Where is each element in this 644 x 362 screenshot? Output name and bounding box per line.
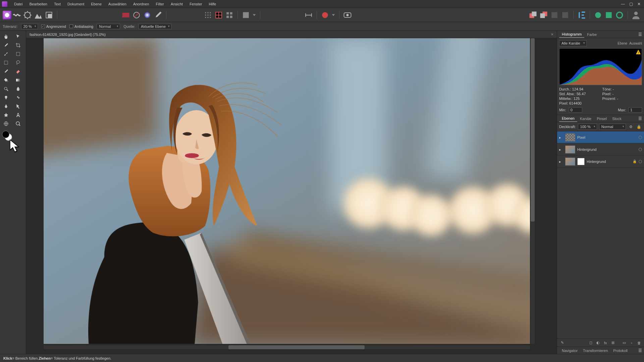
bottom-panel-menu-icon[interactable]: ☰ [638, 348, 642, 353]
min-input[interactable] [569, 107, 582, 113]
tab-farbe[interactable]: Farbe [584, 31, 599, 38]
liquify-persona-icon[interactable] [12, 10, 21, 20]
scope-auswahl[interactable]: Auswahl [629, 42, 642, 45]
erase-tool[interactable] [12, 67, 24, 76]
expand-icon[interactable]: ▸ [559, 160, 563, 164]
smudge-tool[interactable] [12, 84, 24, 93]
snap-dots-icon[interactable] [203, 10, 213, 20]
brush-tool[interactable] [0, 67, 12, 76]
hscroll-thumb[interactable] [228, 345, 365, 349]
marquee-tool[interactable] [12, 50, 24, 58]
document-tab[interactable]: fashion-6146328_1920.jpg [Geändert] (75.… [26, 31, 557, 38]
delete-layer-icon[interactable]: 🗑 [636, 340, 642, 346]
expand-icon[interactable]: ▸ [559, 135, 563, 139]
account-icon[interactable] [631, 10, 641, 20]
assistant-red-icon[interactable] [320, 10, 330, 20]
swatch-picker-icon[interactable] [153, 10, 163, 20]
move-tool[interactable] [12, 32, 24, 41]
stock-sync-icon[interactable] [615, 10, 624, 20]
source-dropdown[interactable]: Aktuelle Ebene [139, 24, 171, 29]
swatch-colorwheel-icon[interactable] [143, 10, 152, 20]
photo-persona-icon[interactable] [3, 11, 11, 19]
foreground-color-icon[interactable] [2, 131, 9, 138]
group-dim1-icon[interactable] [550, 10, 559, 20]
menu-text[interactable]: Text [51, 0, 64, 8]
color-well[interactable] [2, 131, 12, 141]
canvas[interactable] [44, 38, 530, 344]
tab-pinsel[interactable]: Pinsel [594, 115, 609, 122]
healing-tool[interactable] [12, 93, 24, 102]
pen-tool[interactable] [0, 102, 12, 111]
layer-cog-icon[interactable]: ⚙ [628, 124, 634, 130]
layer-edit-icon[interactable]: ✎ [559, 340, 565, 346]
clone-tool[interactable] [0, 93, 12, 102]
clip-canvas-icon[interactable] [241, 10, 251, 20]
layer-row[interactable]: ▸ Hintergrund 🔒 [557, 156, 644, 168]
crop-tool[interactable] [12, 41, 24, 50]
tonemap-persona-icon[interactable] [34, 10, 43, 20]
tab-kanaele[interactable]: Kanäle [577, 115, 594, 122]
tab-transformieren[interactable]: Transformieren [580, 347, 610, 354]
layer-name[interactable]: Pixel [577, 135, 637, 139]
zoom-tool[interactable] [12, 119, 24, 128]
menu-hilfe[interactable]: Hilfe [205, 0, 219, 8]
tab-stock[interactable]: Stock [609, 115, 624, 122]
tab-protokoll[interactable]: Protokoll [610, 347, 630, 354]
menu-fenster[interactable]: Fenster [186, 0, 205, 8]
fill-tool[interactable] [0, 76, 12, 84]
group-dim2-icon[interactable] [560, 10, 570, 20]
opacity-dropdown[interactable]: 100 % [578, 124, 597, 130]
group-btn-icon[interactable]: ▭ [621, 340, 627, 346]
clip-canvas-dropdown[interactable] [252, 10, 257, 20]
mesh-tool[interactable] [0, 119, 12, 128]
dodge-tool[interactable] [0, 84, 12, 93]
tab-close-icon[interactable]: × [551, 32, 553, 37]
gradient-tool[interactable] [12, 76, 24, 84]
quickmask-icon[interactable] [343, 10, 352, 20]
lasso-tool[interactable] [12, 58, 24, 67]
text-tool[interactable] [12, 111, 24, 119]
snap-grid-icon[interactable] [214, 10, 223, 20]
color-picker-tool[interactable] [0, 41, 12, 50]
contiguous-checkbox[interactable]: ✓ Angrenzend [41, 24, 66, 28]
stock-browse-icon[interactable] [604, 10, 613, 20]
mask-btn-icon[interactable]: ◻ [588, 340, 594, 346]
hand-tool[interactable] [0, 32, 12, 41]
snap-pixel-icon[interactable] [225, 10, 234, 20]
panel-menu-icon[interactable]: ☰ [638, 32, 642, 37]
menu-filter[interactable]: Filter [153, 0, 167, 8]
swatch-none-icon[interactable] [132, 10, 141, 20]
fx-btn-icon[interactable]: fx [602, 340, 608, 346]
menu-datei[interactable]: Datei [11, 0, 26, 8]
antialias-checkbox[interactable]: Antialiasing [69, 24, 93, 28]
export-persona-icon[interactable] [44, 10, 54, 20]
arrange-h-icon[interactable] [304, 10, 313, 20]
assistant-dropdown[interactable] [331, 10, 336, 20]
horizontal-scrollbar[interactable] [44, 345, 530, 349]
menu-auswaehlen[interactable]: Auswählen [105, 0, 130, 8]
align-icon[interactable] [577, 10, 586, 20]
layer-blend-dropdown[interactable]: Normal [599, 124, 626, 130]
tolerance-input[interactable]: 20 % [21, 24, 38, 29]
scope-ebene[interactable]: Ebene [618, 42, 627, 45]
layer-name[interactable]: Hintergrund [587, 160, 631, 164]
close-button[interactable]: ✕ [636, 2, 642, 6]
swatch-fill-icon[interactable] [121, 10, 130, 20]
minimize-button[interactable]: — [620, 2, 626, 6]
vscroll-thumb[interactable] [531, 38, 535, 222]
layer-panel-menu-icon[interactable]: ☰ [638, 116, 642, 121]
menu-anordnen[interactable]: Anordnen [130, 0, 153, 8]
node-tool[interactable] [12, 102, 24, 111]
visibility-icon[interactable] [639, 160, 642, 163]
max-input[interactable] [629, 107, 642, 113]
group-back-icon[interactable] [539, 10, 548, 20]
menu-bearbeiten[interactable]: Bearbeiten [26, 0, 51, 8]
layer-row[interactable]: ▸ Pixel [557, 131, 644, 143]
selection-brush-tool[interactable] [0, 50, 12, 58]
flood-select-tool[interactable] [0, 58, 12, 67]
adjust-btn-icon[interactable]: ◐ [595, 340, 601, 346]
tab-histogramm[interactable]: Histogramm [559, 31, 584, 38]
add-layer-icon[interactable]: ▫ [629, 340, 635, 346]
layer-lock-icon[interactable]: 🔒 [636, 124, 642, 130]
visibility-icon[interactable] [639, 148, 642, 151]
